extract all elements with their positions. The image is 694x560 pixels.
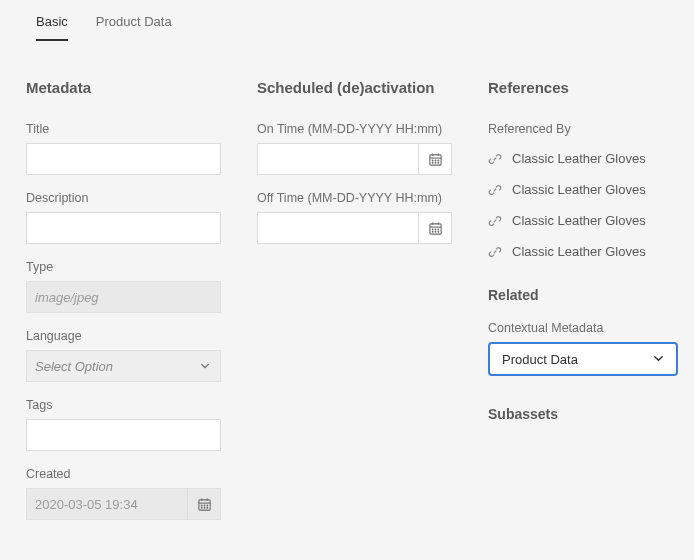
link-icon: [488, 245, 502, 259]
calendar-icon: [197, 497, 212, 512]
reference-label: Classic Leather Gloves: [512, 182, 646, 197]
on-time-calendar-button[interactable]: [418, 143, 452, 175]
reference-label: Classic Leather Gloves: [512, 151, 646, 166]
type-label: Type: [26, 260, 221, 274]
tags-label: Tags: [26, 398, 221, 412]
reference-item[interactable]: Classic Leather Gloves: [488, 205, 678, 236]
reference-item[interactable]: Classic Leather Gloves: [488, 174, 678, 205]
subassets-heading: Subassets: [488, 406, 678, 422]
link-icon: [488, 152, 502, 166]
reference-item[interactable]: Classic Leather Gloves: [488, 236, 678, 267]
reference-item[interactable]: Classic Leather Gloves: [488, 143, 678, 174]
off-time-calendar-button[interactable]: [418, 212, 452, 244]
link-icon: [488, 183, 502, 197]
contextual-value: Product Data: [502, 352, 578, 367]
reference-label: Classic Leather Gloves: [512, 213, 646, 228]
tags-input[interactable]: [26, 419, 221, 451]
reference-label: Classic Leather Gloves: [512, 244, 646, 259]
calendar-icon: [428, 152, 443, 167]
link-icon: [488, 214, 502, 228]
off-time-input[interactable]: [257, 212, 418, 244]
tab-product-data[interactable]: Product Data: [96, 14, 172, 41]
on-time-group: [257, 143, 452, 175]
referenced-by-label: Referenced By: [488, 122, 678, 136]
contextual-metadata-dropdown[interactable]: Product Data: [488, 342, 678, 376]
language-placeholder: Select Option: [35, 359, 113, 374]
title-label: Title: [26, 122, 221, 136]
on-time-input[interactable]: [257, 143, 418, 175]
chevron-down-icon: [653, 352, 664, 367]
scheduled-heading: Scheduled (de)activation: [257, 79, 452, 96]
references-heading: References: [488, 79, 678, 96]
referenced-by-list: Classic Leather Gloves Classic Leather G…: [488, 143, 678, 267]
on-time-label: On Time (MM-DD-YYYY HH:mm): [257, 122, 452, 136]
off-time-group: [257, 212, 452, 244]
type-input: [26, 281, 221, 313]
title-input[interactable]: [26, 143, 221, 175]
scheduled-column: Scheduled (de)activation On Time (MM-DD-…: [257, 79, 452, 532]
related-heading: Related: [488, 287, 678, 303]
created-label: Created: [26, 467, 221, 481]
off-time-label: Off Time (MM-DD-YYYY HH:mm): [257, 191, 452, 205]
references-column: References Referenced By Classic Leather…: [488, 79, 678, 532]
description-label: Description: [26, 191, 221, 205]
metadata-heading: Metadata: [26, 79, 221, 96]
tab-basic[interactable]: Basic: [36, 14, 68, 41]
created-group: [26, 488, 221, 520]
language-select[interactable]: Select Option: [26, 350, 221, 382]
created-calendar-button: [187, 488, 221, 520]
language-label: Language: [26, 329, 221, 343]
tabs: Basic Product Data: [0, 0, 694, 41]
chevron-down-icon: [200, 359, 210, 374]
calendar-icon: [428, 221, 443, 236]
created-input: [26, 488, 187, 520]
metadata-column: Metadata Title Description Type Language…: [26, 79, 221, 532]
content-area: Metadata Title Description Type Language…: [0, 41, 694, 532]
description-input[interactable]: [26, 212, 221, 244]
contextual-label: Contextual Metadata: [488, 321, 678, 335]
